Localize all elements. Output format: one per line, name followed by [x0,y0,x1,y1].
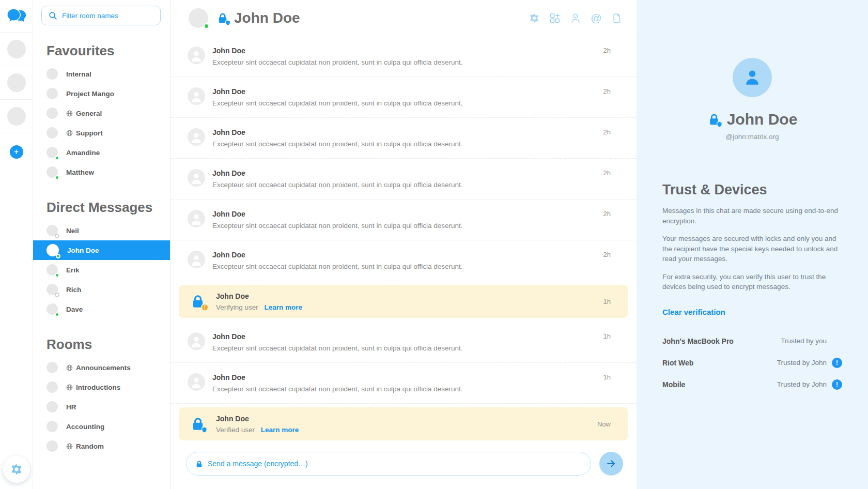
sender-avatar [188,210,205,227]
message-timestamp: Now [597,420,611,428]
message-body: John Doe Excepteur sint occaecat cupidat… [212,251,463,281]
globe-icon [66,443,73,450]
search-icon [48,11,57,20]
sidebar-item[interactable]: General [33,103,170,123]
presence-dot [55,175,59,180]
trust-devices-title: Trust & Devices [662,182,842,198]
sidebar-item[interactable]: Erik [33,260,170,280]
room-avatar [47,244,59,256]
message: John Doe Excepteur sint occaecat cupidat… [171,200,637,240]
sidebar-item-label: John Doe [67,247,99,254]
sidebar-item[interactable]: Rich [33,280,170,299]
message-body: John Doe Excepteur sint occaecat cupidat… [212,87,463,117]
composer-placeholder: Send a message (encrypted…) [208,460,308,468]
sidebar-item[interactable]: Matthew [33,162,170,182]
member-info-panel: John Doe @john:matrix.org Trust & Device… [637,0,868,489]
room-settings-icon[interactable] [528,12,540,24]
clear-verification-link[interactable]: Clear verification [662,308,725,316]
verification-body: John Doe Verified user Learn more [216,415,299,434]
add-widget-icon[interactable] [549,12,561,24]
message-text: Excepteur sint occaecat cupidatat non pr… [212,181,463,189]
sidebar-item[interactable]: Support [33,123,170,143]
presence-dot [56,254,60,258]
presence-dot [55,312,59,317]
presence-dot [55,273,59,278]
sidebar-item-label: Accounting [66,423,104,431]
trust-paragraph: For extra security, you can verify this … [662,272,842,292]
community-avatar[interactable] [7,107,26,126]
message-timestamp: 2h [603,251,611,281]
search-input[interactable]: Filter room names [41,6,161,25]
chat-column: John Doe [171,0,637,489]
room-avatar [47,401,58,412]
globe-icon [66,130,73,136]
message: John Doe Excepteur sint occaecat cupidat… [171,363,637,404]
sidebar-item[interactable]: Introductions [33,377,170,397]
message-sender: John Doe [216,292,302,300]
sidebar-item[interactable]: Dave [33,299,170,319]
room-avatar [47,362,58,373]
member-avatar [733,58,772,97]
message: John Doe Excepteur sint occaecat cupidat… [171,240,637,281]
sidebar-item[interactable]: Neil [33,221,170,240]
member-user-id: @john:matrix.org [662,133,842,141]
sidebar-item-label: Rich [66,286,81,294]
message-timestamp: 2h [603,210,611,240]
send-button[interactable] [599,452,623,476]
room-avatar [47,225,58,236]
verification-event: ! John Doe Verifying user Learn more 1h [171,281,637,322]
globe-icon [66,110,73,117]
community-avatar[interactable] [7,40,26,58]
learn-more-link[interactable]: Learn more [265,303,303,311]
sidebar-item[interactable]: Random [33,436,170,456]
files-icon[interactable] [611,12,623,24]
device-trust: Trusted by you ! [781,336,842,346]
message-text: Excepteur sint occaecat cupidatat non pr… [212,263,463,270]
app-window: + Filter room names Favourites Interna [0,0,868,489]
send-arrow-icon [606,458,617,469]
warning-badge-icon: ! [201,303,209,311]
message: John Doe Excepteur sint occaecat cupidat… [171,118,637,159]
info-icon[interactable]: ! [832,379,842,390]
room-avatar [189,8,208,28]
message-body: John Doe Excepteur sint occaecat cupidat… [212,47,463,77]
mentions-icon[interactable]: @ [590,12,602,24]
sidebar-item[interactable]: Accounting [33,417,170,436]
lock-icon: ! [190,294,206,309]
settings-button[interactable] [3,456,30,483]
header-toolbar: @ [528,12,623,24]
lock-icon: ! [190,416,206,432]
members-icon[interactable] [569,12,582,24]
room-avatar [47,264,58,276]
composer: Send a message (encrypted…) [171,444,637,489]
message: John Doe Excepteur sint occaecat cupidat… [171,36,637,77]
message-sender: John Doe [212,251,463,259]
sidebar-item[interactable]: Amandine [33,143,170,162]
app-logo[interactable] [0,0,33,32]
device-row: Riot Web Trusted by John ! [662,352,842,374]
presence-dot [55,293,59,297]
sidebar-item-label: Support [76,129,103,137]
sidebar-item[interactable]: Project Mango [33,84,170,103]
message-timestamp: 1h [603,298,611,305]
message-body: John Doe Excepteur sint occaecat cupidat… [212,332,463,362]
sidebar-item[interactable]: John Doe [33,240,170,260]
section-title-direct-messages: Direct Messages [47,200,170,216]
sidebar-item[interactable]: Internal [33,64,170,84]
sidebar-item-label: Announcements [76,364,131,372]
sidebar-item-label: Dave [66,305,83,313]
learn-more-link[interactable]: Learn more [261,426,299,434]
sidebar-item[interactable]: Announcements [33,358,170,377]
verification-banner: ! John Doe Verified user Learn more Now [179,407,628,440]
sidebar-item[interactable]: HR [33,397,170,417]
add-community-button[interactable]: + [10,145,23,159]
community-avatar[interactable] [7,73,26,92]
message-input[interactable]: Send a message (encrypted…) [186,452,591,476]
verification-status-row: Verifying user Learn more [216,303,302,311]
message-sender: John Doe [212,87,463,96]
sender-avatar [188,169,205,187]
message-body: John Doe Excepteur sint occaecat cupidat… [212,128,463,158]
info-icon[interactable]: ! [832,358,842,368]
member-name-row: John Doe [662,111,842,128]
message-text: Excepteur sint occaecat cupidatat non pr… [212,222,463,230]
